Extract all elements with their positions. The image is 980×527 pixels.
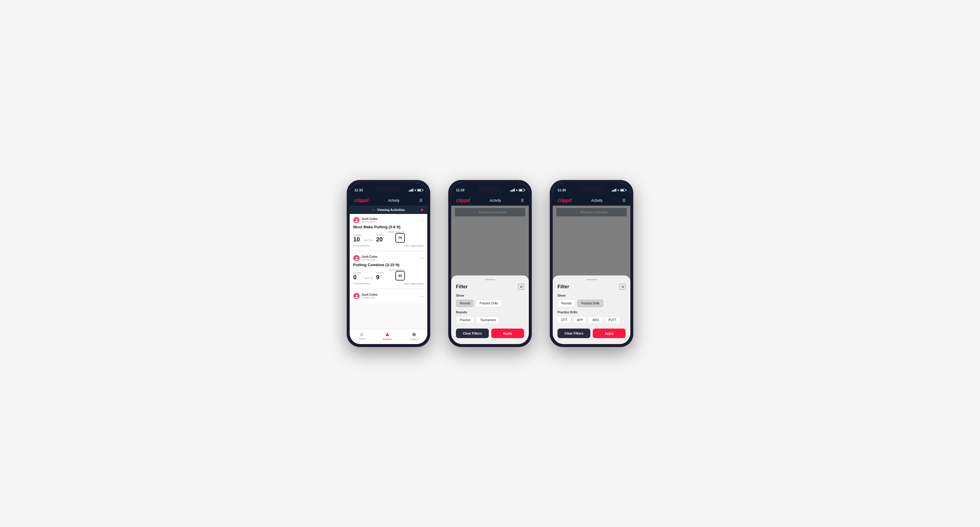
practice-drills-pill-2[interactable]: Practice Drills — [476, 300, 502, 307]
score-label-2: Score — [353, 272, 361, 274]
sheet-handle-3 — [586, 279, 597, 280]
menu-icon-2[interactable]: ☰ — [521, 198, 524, 203]
filter-title-2: Filter — [456, 284, 468, 289]
sq-badge-1: 75 — [395, 233, 405, 243]
filter-modal-3: Filter ✕ Show Rounds Practice Drills Pra… — [553, 206, 630, 344]
activity-footer-1: ℹ Test Information Data: Clippd Capture — [353, 244, 424, 247]
signal-icon-3 — [612, 189, 616, 192]
practice-pill-2[interactable]: Practice — [456, 316, 474, 324]
nav-activities-1[interactable]: ♟ Activities — [383, 332, 392, 340]
apply-btn-3[interactable]: Apply — [593, 329, 625, 338]
shots-value-1: 20 — [376, 236, 384, 243]
more-btn-3[interactable]: ··· — [420, 294, 424, 298]
filter-sheet-2: Filter ✕ Show Rounds Practice Drills Rou… — [451, 275, 529, 344]
menu-icon-1[interactable]: ☰ — [419, 198, 423, 203]
activity-item-1[interactable]: Josh Coles 28 Feb 2023 ··· Must Make Put… — [350, 214, 427, 250]
sq-label-2: Shot Quality — [388, 269, 405, 271]
sq-label-1: Shot Quality — [388, 231, 405, 233]
show-label-2: Show — [456, 294, 524, 297]
more-btn-1[interactable]: ··· — [420, 218, 424, 222]
app-logo-1: clippd — [355, 198, 369, 203]
battery-icon-2 — [519, 189, 524, 192]
user-info-3: Josh Coles 28 Feb 2023 — [353, 293, 377, 299]
app-logo-3: clippd — [557, 198, 571, 203]
filter-close-btn-3[interactable]: ✕ — [620, 284, 625, 290]
practice-drills-pill-3[interactable]: Practice Drills — [577, 300, 603, 307]
apply-btn-2[interactable]: Apply — [491, 329, 524, 338]
out-of-1: OUT OF — [364, 239, 373, 242]
data-source-1: Data: Clippd Capture — [404, 245, 424, 247]
dynamic-island-3 — [579, 186, 603, 192]
user-name-3: Josh Coles — [361, 293, 377, 296]
tournament-pill-2[interactable]: Tournament — [476, 316, 500, 324]
nav-capture-1[interactable]: ⊕ Capture — [410, 332, 418, 340]
filter-icon-1: ⚙ — [372, 208, 375, 211]
more-btn-2[interactable]: ··· — [420, 256, 424, 260]
viewing-bar-1[interactable]: ⚙ Viewing Activities — [350, 206, 427, 214]
putt-pill-3[interactable]: PUTT — [605, 316, 620, 324]
practice-drills-pills-3: OTT APP ARG PUTT — [557, 316, 625, 324]
ott-pill-3[interactable]: OTT — [557, 316, 571, 324]
user-date-2: 28 Feb 2023 — [361, 259, 377, 261]
sheet-handle-2 — [485, 279, 495, 280]
activity-header-2: Josh Coles 28 Feb 2023 ··· — [353, 255, 424, 262]
filter-header-3: Filter ✕ — [557, 284, 625, 290]
activity-item-2[interactable]: Josh Coles 28 Feb 2023 ··· Putting Combi… — [350, 252, 427, 288]
shots-label-1: Shots — [376, 234, 384, 236]
filter-modal-2: Filter ✕ Show Rounds Practice Drills Rou… — [451, 206, 529, 344]
test-info-2: ℹ Test Information — [353, 282, 370, 285]
activity-header-1: Josh Coles 28 Feb 2023 ··· — [353, 217, 424, 224]
dynamic-island — [377, 186, 401, 192]
user-name-1: Josh Coles — [361, 217, 377, 221]
wifi-icon: ▾ — [414, 189, 416, 192]
user-info-2: Josh Coles 28 Feb 2023 — [353, 255, 377, 262]
bottom-nav-1: ⌂ Home ♟ Activities ⊕ Capture — [350, 329, 427, 344]
filter-title-3: Filter — [557, 284, 569, 289]
viewing-bar-wrapper-1: ⚙ Viewing Activities — [350, 206, 427, 214]
rounds-pill-2[interactable]: Rounds — [456, 300, 474, 307]
shots-value-2: 9 — [376, 274, 384, 281]
user-date-3: 28 Feb 2023 — [361, 296, 377, 299]
activities-icon: ♟ — [385, 332, 389, 337]
rounds-pill-3[interactable]: Rounds — [557, 300, 575, 307]
show-label-3: Show — [557, 294, 625, 297]
viewing-bar-text-1: Viewing Activities — [377, 208, 405, 211]
arg-pill-3[interactable]: ARG — [589, 316, 603, 324]
user-info-1: Josh Coles 28 Feb 2023 — [353, 217, 377, 224]
out-of-2: OUT OF — [364, 277, 373, 279]
svg-point-2 — [356, 257, 358, 259]
activity-header-3: Josh Coles 28 Feb 2023 ··· — [353, 293, 424, 299]
status-icons-1: ▾ — [409, 189, 423, 192]
capture-icon: ⊕ — [412, 332, 416, 337]
signal-icon — [409, 189, 413, 192]
activity-item-3[interactable]: Josh Coles 28 Feb 2023 ··· — [350, 290, 427, 303]
app-pill-3[interactable]: APP — [573, 316, 587, 324]
dynamic-island-2 — [478, 186, 502, 192]
clear-filters-btn-2[interactable]: Clear Filters — [456, 329, 489, 338]
activity-stats-1: Score 10 OUT OF Shots 20 Shot Quality 75 — [353, 231, 424, 243]
shots-label-2: Shots — [376, 272, 384, 274]
nav-bar-2: clippd Activity ☰ — [451, 195, 529, 206]
data-source-2: Data: Clippd Capture — [404, 283, 424, 285]
notification-dot-1 — [421, 209, 423, 211]
battery-icon — [417, 189, 423, 192]
filter-actions-2: Clear Filters Apply — [456, 329, 524, 338]
status-time-3: 11:33 — [557, 188, 566, 192]
activity-stats-2: Score 0 OUT OF Shots 9 Shot Quality 45 — [353, 269, 424, 281]
clear-filters-btn-3[interactable]: Clear Filters — [557, 329, 590, 338]
activity-title-2: Putting Combine (3-15 ft) — [353, 263, 424, 267]
filter-close-btn-2[interactable]: ✕ — [518, 284, 524, 290]
nav-home-1[interactable]: ⌂ Home — [359, 332, 365, 340]
score-value-2: 0 — [353, 274, 361, 281]
test-info-1: ℹ Test Information — [353, 244, 370, 247]
svg-point-4 — [356, 295, 358, 296]
show-pills-2: Rounds Practice Drills — [456, 300, 524, 307]
app-logo-2: clippd — [456, 198, 470, 203]
battery-icon-3 — [620, 189, 625, 192]
activity-footer-2: ℹ Test Information Data: Clippd Capture — [353, 282, 424, 285]
wifi-icon-3: ▾ — [617, 189, 619, 192]
rounds-section-label-2: Rounds — [456, 311, 524, 314]
wifi-icon-2: ▾ — [516, 189, 517, 192]
menu-icon-3[interactable]: ☰ — [622, 198, 625, 203]
status-icons-3: ▾ — [612, 189, 625, 192]
